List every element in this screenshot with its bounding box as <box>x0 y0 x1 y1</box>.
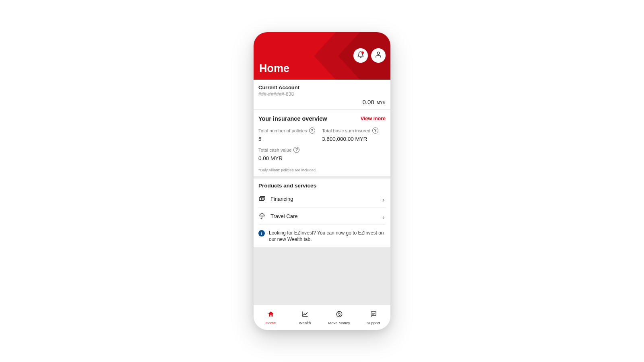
svg-point-2 <box>261 198 262 200</box>
metric-value: 0.00 MYR <box>258 155 322 161</box>
tab-label: Support <box>367 321 380 325</box>
view-more-link[interactable]: View more <box>361 116 386 121</box>
metric-sum-insured: Total basic sum insured ? 3,600,000.00 M… <box>322 128 386 142</box>
product-label: Financing <box>270 196 382 202</box>
info-text: Looking for EZInvest? You can now go to … <box>269 230 386 243</box>
balance-amount: 0.00 <box>362 99 374 105</box>
insurance-section-title: Your insurance overview <box>258 115 327 122</box>
account-number: ###-######-838 <box>258 91 386 97</box>
svg-rect-1 <box>259 197 264 201</box>
tab-move-money[interactable]: Move Money <box>325 311 353 325</box>
financing-icon <box>258 195 266 202</box>
chevron-right-icon <box>382 197 386 201</box>
info-icon: i <box>258 230 265 237</box>
insurance-header-row: Your insurance overview View more <box>258 115 386 122</box>
notifications-button[interactable] <box>353 48 368 63</box>
tab-label: Move Money <box>328 321 350 325</box>
help-icon[interactable]: ? <box>309 128 315 134</box>
metric-label: Total basic sum insured ? <box>322 128 386 134</box>
bottom-tabbar: Home Wealth Move Money Support <box>254 305 390 330</box>
tab-wealth[interactable]: Wealth <box>291 311 319 325</box>
label-text: Total basic sum insured <box>322 128 370 133</box>
label-text: Total cash value <box>258 148 291 152</box>
ezinvest-info: i Looking for EZInvest? You can now go t… <box>258 225 386 243</box>
chart-icon <box>301 311 309 319</box>
help-icon[interactable]: ? <box>293 147 299 153</box>
chevron-right-icon <box>382 214 386 218</box>
account-card[interactable]: Current Account ###-######-838 0.00 MYR <box>254 80 390 109</box>
metric-total-policies: Total number of policies ? 5 <box>258 128 322 142</box>
account-name: Current Account <box>258 84 386 90</box>
products-card: Products and services Financing Travel C… <box>254 179 390 247</box>
umbrella-icon <box>258 212 266 220</box>
metric-value: 3,600,000.00 MYR <box>322 136 386 142</box>
svg-point-0 <box>377 52 380 54</box>
header-buttons <box>353 48 386 63</box>
products-section-title: Products and services <box>258 183 386 189</box>
mobile-device-frame: Home Current Account ###-######-838 0.00… <box>254 32 390 330</box>
insurance-footnote: *Only Allianz policies are included. <box>258 168 386 172</box>
tab-label: Home <box>266 321 276 325</box>
tab-label: Wealth <box>299 321 311 325</box>
svg-point-3 <box>336 311 342 317</box>
transfer-icon <box>336 311 343 319</box>
product-label: Travel Care <box>270 213 382 219</box>
insurance-metrics: Total number of policies ? 5 Total basic… <box>258 128 386 166</box>
tab-home[interactable]: Home <box>257 311 285 325</box>
app-header: Home <box>254 32 390 80</box>
profile-button[interactable] <box>371 48 386 63</box>
user-icon <box>375 51 382 60</box>
metric-label: Total cash value ? <box>258 147 322 153</box>
metric-cash-value: Total cash value ? 0.00 MYR <box>258 147 322 161</box>
tab-support[interactable]: Support <box>359 311 388 325</box>
insurance-overview-card: Your insurance overview View more Total … <box>254 110 390 176</box>
product-travel-care[interactable]: Travel Care <box>258 208 386 225</box>
product-financing[interactable]: Financing <box>258 190 386 208</box>
balance-currency: MYR <box>377 101 386 105</box>
label-text: Total number of policies <box>258 128 307 133</box>
page-title: Home <box>259 62 289 75</box>
metric-label: Total number of policies ? <box>258 128 322 134</box>
notification-dot-icon <box>361 51 364 54</box>
home-icon <box>267 311 275 319</box>
account-balance: 0.00 MYR <box>258 99 386 105</box>
chat-icon <box>370 311 377 319</box>
help-icon[interactable]: ? <box>372 128 378 134</box>
scroll-content: Current Account ###-######-838 0.00 MYR … <box>254 80 390 305</box>
metric-value: 5 <box>258 136 322 142</box>
